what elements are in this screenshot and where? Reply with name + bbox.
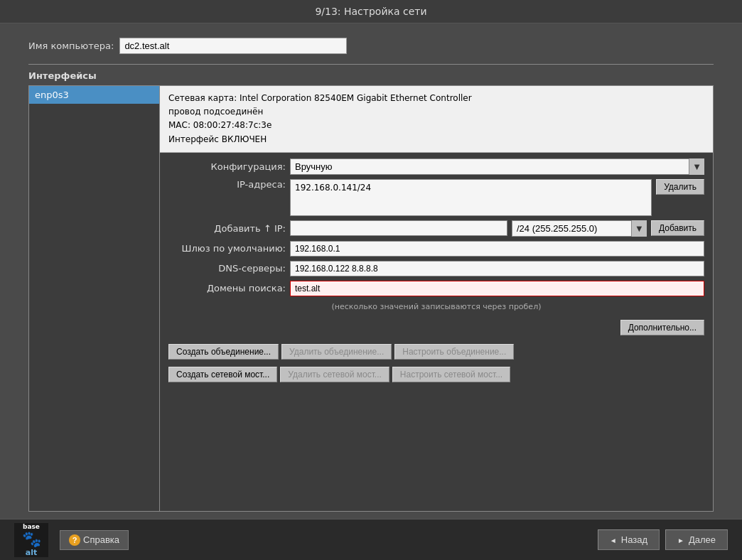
- hostname-row: Имя компьютера:: [28, 38, 714, 54]
- delete-bond-button[interactable]: Удалить объединение...: [281, 344, 392, 360]
- gateway-label: Шлюз по умолчанию:: [168, 243, 286, 254]
- advanced-row: Дополнительно...: [168, 317, 704, 338]
- config-select[interactable]: Вручную DHCP Отключён: [290, 158, 704, 175]
- add-ip-row: Добавить ↑ IP: /24 (255.255.255.0) /8 (2…: [168, 220, 704, 237]
- help-label: Справка: [83, 534, 119, 545]
- interfaces-body: enp0s3 Сетевая карта: Intel Corporation …: [28, 85, 714, 512]
- interfaces-list: enp0s3: [28, 85, 160, 512]
- configure-bond-button[interactable]: Настроить объединение...: [394, 344, 514, 360]
- dns-row: DNS-серверы:: [168, 261, 704, 276]
- interface-item-enp0s3[interactable]: enp0s3: [29, 86, 159, 104]
- gateway-input[interactable]: [290, 241, 704, 257]
- interface-details: Сетевая карта: Intel Corporation 82540EM…: [160, 85, 714, 512]
- hostname-input[interactable]: [119, 38, 347, 54]
- domains-input[interactable]: [290, 281, 704, 296]
- title-text: 9/13: Настройка сети: [315, 6, 426, 17]
- config-label: Конфигурация:: [168, 161, 286, 172]
- main-content: Имя компьютера: Интерфейсы enp0s3 Сетева…: [0, 23, 742, 519]
- bottom-bar: base 🐾 alt ? Справка Назад Далее: [0, 519, 742, 560]
- next-button[interactable]: Далее: [665, 529, 728, 550]
- gateway-row: Шлюз по умолчанию:: [168, 241, 704, 257]
- add-ip-input[interactable]: [290, 220, 507, 236]
- add-ip-button[interactable]: Добавить: [651, 220, 704, 236]
- bond-buttons-row: Создать объединение... Удалить объединен…: [168, 343, 704, 361]
- interface-info-line4: Интерфейс ВКЛЮЧЕН: [168, 133, 704, 146]
- delete-bridge-button[interactable]: Удалить сетевой мост...: [280, 367, 389, 382]
- ip-list-box[interactable]: 192.168.0.141/24: [290, 179, 652, 216]
- logo-box: base 🐾 alt: [14, 523, 48, 557]
- config-area: Конфигурация: Вручную DHCP Отключён ▼: [160, 153, 713, 389]
- logo-text-base: base: [23, 523, 40, 530]
- config-select-wrapper: Вручную DHCP Отключён ▼: [290, 158, 704, 175]
- interfaces-section: Интерфейсы enp0s3 Сетевая карта: Intel C…: [28, 70, 714, 512]
- help-button[interactable]: ? Справка: [60, 530, 129, 550]
- create-bond-button[interactable]: Создать объединение...: [168, 344, 279, 360]
- create-bridge-button[interactable]: Создать сетевой мост...: [168, 367, 277, 382]
- next-arrow-icon: [677, 534, 684, 545]
- interfaces-label: Интерфейсы: [28, 70, 714, 81]
- dns-label: DNS-серверы:: [168, 263, 286, 274]
- logo-text-alt: alt: [26, 548, 37, 557]
- help-icon: ?: [69, 534, 80, 546]
- title-bar: 9/13: Настройка сети: [0, 0, 742, 23]
- interface-info-box: Сетевая карта: Intel Corporation 82540EM…: [160, 86, 713, 153]
- ip-addresses-row: IP-адреса: 192.168.0.141/24 Удалить: [168, 179, 704, 216]
- nav-buttons: Назад Далее: [598, 529, 728, 550]
- configure-bridge-button[interactable]: Настроить сетевой мост...: [392, 367, 510, 382]
- hostname-label: Имя компьютера:: [28, 41, 114, 51]
- config-row: Конфигурация: Вручную DHCP Отключён ▼: [168, 158, 704, 175]
- advanced-button[interactable]: Дополнительно...: [620, 320, 704, 335]
- ip-entry: 192.168.0.141/24: [295, 183, 647, 193]
- domains-label: Домены поиска:: [168, 283, 286, 294]
- subnet-select[interactable]: /24 (255.255.255.0) /8 (255.0.0.0) /16 (…: [512, 220, 647, 237]
- next-label: Далее: [689, 534, 716, 545]
- back-button[interactable]: Назад: [598, 529, 660, 550]
- back-arrow-icon: [610, 534, 617, 545]
- dns-input[interactable]: [290, 261, 704, 276]
- interface-info-line1: Сетевая карта: Intel Corporation 82540EM…: [168, 92, 704, 105]
- back-label: Назад: [621, 534, 647, 545]
- add-ip-label: Добавить ↑ IP:: [168, 223, 286, 234]
- section-divider: [28, 64, 714, 65]
- ip-label: IP-адреса:: [168, 179, 286, 190]
- bridge-buttons-row: Создать сетевой мост... Удалить сетевой …: [168, 365, 704, 384]
- delete-ip-button[interactable]: Удалить: [656, 179, 704, 195]
- domains-row: Домены поиска:: [168, 281, 704, 296]
- hint-text: (несколько значений записываются через п…: [168, 301, 704, 313]
- logo-area: base 🐾 alt: [14, 523, 48, 557]
- subnet-select-wrapper: /24 (255.255.255.0) /8 (255.0.0.0) /16 (…: [512, 220, 647, 237]
- interface-info-line2: провод подсоединён: [168, 105, 704, 119]
- interface-info-line3: МАС: 08:00:27:48:7c:3e: [168, 119, 704, 132]
